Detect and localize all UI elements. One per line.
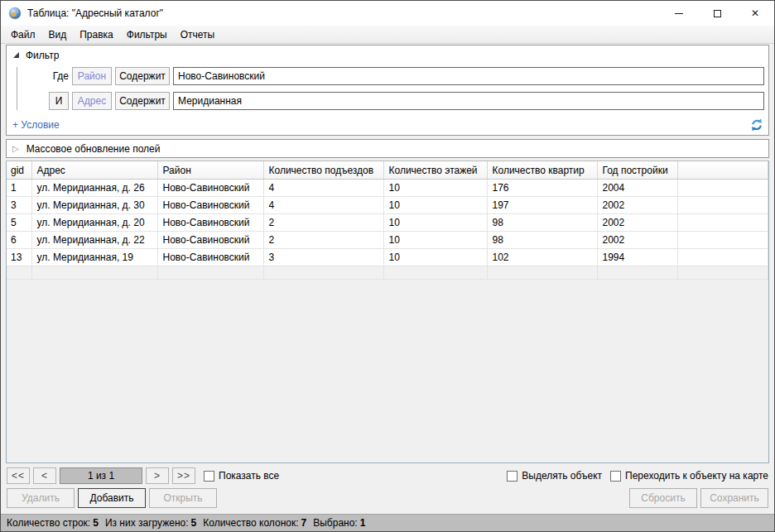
column-header[interactable]: Район	[157, 161, 263, 180]
grid-cell[interactable]: 2002	[597, 232, 677, 249]
empty-cell[interactable]	[383, 266, 487, 280]
grid-cell[interactable]: Ново-Савиновский	[157, 180, 263, 197]
grid-cell[interactable]: Ново-Савиновский	[157, 232, 263, 249]
empty-cell[interactable]	[7, 266, 31, 280]
table-row[interactable]: 13ул. Меридианная, 19Ново-Савиновский310…	[7, 249, 768, 266]
column-header[interactable]: gid	[7, 161, 31, 180]
grid-cell[interactable]: 176	[487, 180, 597, 197]
table-row[interactable]: 3ул. Меридианная, д. 30Ново-Савиновский4…	[7, 197, 768, 214]
table-row[interactable]: 1ул. Меридианная, д. 26Ново-Савиновский4…	[7, 180, 768, 197]
map-options: Выделять объект Переходить к объекту на …	[502, 470, 768, 482]
filter-value-input[interactable]	[173, 92, 764, 110]
pager-first-button[interactable]: <<	[7, 467, 30, 484]
table-row[interactable]: 5ул. Меридианная, д. 20Ново-Савиновский2…	[7, 214, 768, 232]
column-header[interactable]: Количество подъездов	[263, 161, 383, 180]
grid-cell[interactable]: ул. Меридианная, д. 22	[31, 232, 157, 249]
grid-cell[interactable]: 197	[487, 197, 597, 214]
menu-reports[interactable]: Отчеты	[174, 29, 221, 41]
grid-cell[interactable]: 10	[383, 249, 487, 266]
data-grid: gidАдресРайонКоличество подъездовКоличес…	[6, 161, 769, 463]
grid-cell[interactable]: 10	[383, 197, 487, 214]
grid-cell[interactable]: ул. Меридианная, д. 30	[31, 197, 157, 214]
column-header[interactable]: Адрес	[31, 161, 157, 180]
grid-cell[interactable]: ул. Меридианная, 19	[31, 249, 157, 266]
add-condition-link[interactable]: + Условие	[12, 119, 60, 131]
empty-cell[interactable]	[157, 266, 263, 280]
table-row[interactable]: 6ул. Меридианная, д. 22Ново-Савиновский2…	[7, 232, 768, 249]
grid-cell[interactable]: 2	[263, 214, 383, 232]
mass-update-expander[interactable]: ▷ Массовое обновление полей	[6, 139, 769, 158]
empty-cell[interactable]	[677, 266, 768, 280]
filter-value-input[interactable]	[173, 67, 764, 85]
grid-cell[interactable]: 10	[383, 214, 487, 232]
grid-cell[interactable]: 1994	[597, 249, 677, 266]
filter-operator-button[interactable]: Содержит	[115, 92, 170, 110]
filter-expander[interactable]: Фильтр	[9, 47, 765, 63]
grid-cell[interactable]	[677, 180, 768, 197]
pager-last-button[interactable]: >>	[172, 467, 195, 484]
open-button[interactable]: Открыть	[149, 488, 217, 508]
grid-cell[interactable]	[677, 214, 768, 232]
menu-edit[interactable]: Правка	[73, 29, 120, 41]
filter-and-button[interactable]: И	[49, 92, 69, 110]
status-loaded-count: Из них загружено:5	[105, 517, 196, 529]
grid-cell[interactable]: 1	[7, 180, 31, 197]
grid-cell[interactable]: 2	[263, 232, 383, 249]
grid-cell[interactable]: Ново-Савиновский	[157, 197, 263, 214]
close-icon[interactable]: ✕	[736, 1, 774, 26]
column-header[interactable]: Количество этажей	[383, 161, 487, 180]
grid-cell[interactable]: 6	[7, 232, 31, 249]
goto-object-checkbox-group[interactable]: Переходить к объекту на карте	[610, 470, 768, 482]
grid-cell[interactable]: 98	[487, 214, 597, 232]
empty-cell[interactable]	[263, 266, 383, 280]
filter-operator-button[interactable]: Содержит	[115, 67, 170, 85]
menu-file[interactable]: Файл	[4, 29, 42, 41]
empty-cell[interactable]	[597, 266, 677, 280]
column-header[interactable]: Год постройки	[597, 161, 677, 180]
grid-cell[interactable]: ул. Меридианная, д. 26	[31, 180, 157, 197]
pager-next-button[interactable]: >	[146, 467, 169, 484]
grid-cell[interactable]: 4	[263, 180, 383, 197]
grid-cell[interactable]: 10	[383, 232, 487, 249]
grid-cell[interactable]: 10	[383, 180, 487, 197]
grid-cell[interactable]	[677, 249, 768, 266]
highlight-object-checkbox[interactable]	[507, 471, 517, 482]
pager-prev-button[interactable]: <	[33, 467, 56, 484]
menu-filters[interactable]: Фильтры	[120, 29, 174, 41]
show-all-checkbox-group[interactable]: Показать все	[204, 470, 279, 482]
goto-object-checkbox[interactable]	[610, 471, 621, 482]
grid-cell[interactable]: 3	[7, 197, 31, 214]
grid-cell[interactable]: Ново-Савиновский	[157, 214, 263, 232]
show-all-checkbox[interactable]	[204, 471, 214, 482]
highlight-object-checkbox-group[interactable]: Выделять объект	[507, 470, 602, 482]
grid-cell[interactable]: 102	[487, 249, 597, 266]
new-row[interactable]	[7, 266, 768, 280]
grid-cell[interactable]: 2002	[597, 197, 677, 214]
refresh-icon[interactable]	[749, 117, 764, 132]
grid-cell[interactable]	[677, 197, 768, 214]
pager-current-page: 1 из 1	[60, 467, 142, 484]
menu-view[interactable]: Вид	[42, 29, 74, 41]
empty-cell[interactable]	[487, 266, 597, 280]
add-button[interactable]: Добавить	[78, 488, 146, 508]
filter-field-button[interactable]: Район	[72, 67, 112, 85]
save-button[interactable]: Сохранить	[700, 488, 768, 508]
column-header[interactable]	[677, 161, 768, 180]
grid-cell[interactable]: 3	[263, 249, 383, 266]
minimize-icon[interactable]	[660, 1, 698, 26]
filter-field-button[interactable]: Адрес	[72, 92, 112, 110]
grid-cell[interactable]: 4	[263, 197, 383, 214]
grid-cell[interactable]: 2004	[597, 180, 677, 197]
maximize-icon[interactable]	[698, 1, 736, 26]
grid-cell[interactable]	[677, 232, 768, 249]
grid-cell[interactable]: 5	[7, 214, 31, 232]
grid-cell[interactable]: 2002	[597, 214, 677, 232]
reset-button[interactable]: Сбросить	[629, 488, 697, 508]
grid-cell[interactable]: 98	[487, 232, 597, 249]
grid-cell[interactable]: ул. Меридианная, д. 20	[31, 214, 157, 232]
empty-cell[interactable]	[31, 266, 157, 280]
grid-cell[interactable]: Ново-Савиновский	[157, 249, 263, 266]
column-header[interactable]: Количество квартир	[487, 161, 597, 180]
delete-button[interactable]: Удалить	[7, 488, 75, 508]
grid-cell[interactable]: 13	[7, 249, 31, 266]
